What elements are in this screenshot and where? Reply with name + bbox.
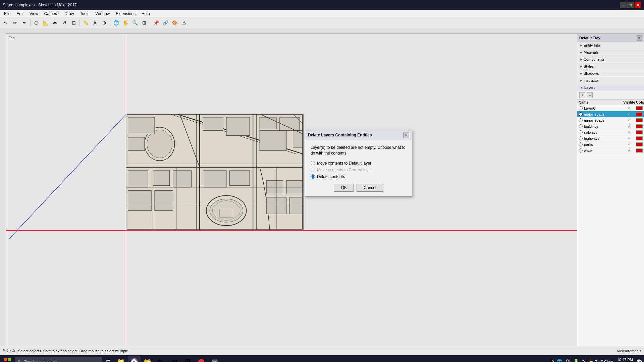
layers-header[interactable]: ▼ Layers [577,84,644,91]
menu-help[interactable]: Help [139,11,153,17]
warn-icon: ⚠ [12,348,15,353]
layer-row-buildings[interactable]: buildings ✓ [577,123,644,129]
instructor-header[interactable]: ▶ Instructor [577,77,644,84]
layer-row-water[interactable]: water ✓ [577,147,644,154]
rotate-tool[interactable]: ↺ [60,18,69,27]
buildings-color[interactable] [636,124,643,128]
sandbox-tool[interactable]: ⚠ [180,18,189,27]
menu-extensions[interactable]: Extensions [113,11,138,17]
move-default-radio[interactable] [311,161,315,165]
entity-info-header[interactable]: ▶ Entity Info [577,42,644,49]
parks-visible[interactable]: ✓ [623,142,636,146]
text-tool[interactable]: A [91,18,99,27]
styles-header[interactable]: ▶ Styles [577,63,644,70]
layer-row-highways[interactable]: highways ✓ [577,135,644,141]
zoom-window-tool[interactable]: ⊞ [140,18,149,27]
buildings-radio[interactable] [579,124,583,128]
layer0-visible[interactable]: ✓ [623,106,636,110]
major-roads-radio[interactable] [579,112,583,116]
water-color[interactable] [636,148,643,153]
orbit-tool[interactable]: 🌐 [112,18,120,27]
volume-icon[interactable]: 🔊 [564,359,571,362]
shadows-header[interactable]: ▶ Shadows [577,70,644,77]
taskbar-app-folder[interactable]: 📂 [141,356,154,362]
show-hidden-icon[interactable]: ^ [551,359,555,362]
layer-row-major-roads[interactable]: major_roads ✓ [577,111,644,117]
taskbar-app-store[interactable]: 🛍 [155,356,167,362]
close-button[interactable]: ✕ [635,2,641,8]
weather-widget[interactable]: ⛅ 71°F Clear [588,360,614,362]
minor-roads-visible[interactable]: ✓ [623,118,636,122]
taskbar-app-game[interactable]: 🎮 [208,356,221,362]
taskbar-app-mail[interactable]: ✉ [168,356,181,362]
modal-close-button[interactable]: ✕ [403,132,409,138]
layer-row-minor-roads[interactable]: minor_roads ✓ [577,117,644,123]
layer0-color[interactable] [636,106,643,110]
maximize-button[interactable]: □ [627,2,634,8]
eraser-tool[interactable]: ✏ [11,18,19,27]
add-layer-button[interactable]: + [579,92,585,98]
group-tool[interactable]: 🔗 [161,18,170,27]
railways-radio[interactable] [579,130,583,134]
update-icon[interactable]: ⟳ [581,359,586,362]
tray-options-button[interactable]: ≡ [637,35,642,41]
push-pull-tool[interactable]: 📐 [41,18,50,27]
start-button[interactable] [1,356,13,362]
tape-tool[interactable]: 📏 [81,18,90,27]
move-tool[interactable]: ✱ [51,18,59,27]
canvas-area[interactable]: Top [6,34,577,346]
minor-roads-color[interactable] [636,118,643,122]
taskbar-app-photos[interactable]: 🖼 [181,356,194,362]
minimize-button[interactable]: ─ [620,2,627,8]
layer-row-layer0[interactable]: Layer0 ✓ [577,105,644,111]
railways-visible[interactable]: ✓ [623,130,636,134]
major-roads-visible[interactable]: ✓ [623,112,636,116]
parks-radio[interactable] [579,142,583,146]
layer0-radio[interactable] [579,106,583,110]
major-roads-color[interactable] [636,112,643,116]
taskbar-app-chrome[interactable] [128,356,141,362]
axes-tool[interactable]: ⊕ [100,18,109,27]
pan-tool[interactable]: ✋ [121,18,130,27]
layer-row-railways[interactable]: railways ✓ [577,129,644,135]
scale-tool[interactable]: ⊡ [69,18,78,27]
col-name-label: Name [579,100,623,104]
buildings-visible[interactable]: ✓ [623,124,636,128]
network-icon[interactable]: 🌐 [556,359,563,362]
menu-window[interactable]: Window [93,11,113,17]
highways-radio[interactable] [579,136,583,140]
cancel-button[interactable]: Cancel [357,184,383,192]
water-visible[interactable]: ✓ [623,148,636,153]
layer-row-parks[interactable]: parks ✓ [577,141,644,147]
remove-layer-button[interactable]: − [587,92,593,98]
zoom-tool[interactable]: 🔍 [130,18,139,27]
component-tool[interactable]: 📌 [152,18,160,27]
highways-color[interactable] [636,136,643,140]
pencil-tool[interactable]: ✒ [20,18,29,27]
highways-visible[interactable]: ✓ [623,136,636,140]
notification-icon[interactable]: 💬 [636,359,643,362]
battery-icon[interactable]: 🔋 [573,359,580,362]
delete-contents-radio[interactable] [311,174,315,179]
taskbar-app-explorer[interactable]: 📁 [114,356,127,362]
materials-header[interactable]: ▶ Materials [577,49,644,56]
menu-draw[interactable]: Draw [62,11,77,17]
shape-tool[interactable]: ⬡ [32,18,41,27]
menu-edit[interactable]: Edit [14,11,26,17]
ok-button[interactable]: OK [334,184,354,192]
task-view-button[interactable]: ⊡ [103,356,113,362]
menu-camera[interactable]: Camera [42,11,61,17]
components-header[interactable]: ▶ Components [577,56,644,63]
menu-file[interactable]: File [1,11,13,17]
paint-tool[interactable]: 🎨 [170,18,179,27]
parks-color[interactable] [636,142,643,146]
clock-widget[interactable]: 10:47 PM 8/7/2021 [616,358,634,362]
search-bar[interactable]: 🔍 Type here to search [15,357,102,362]
menu-tools[interactable]: Tools [77,11,92,17]
taskbar-app-red[interactable]: ⬤ [195,356,208,362]
minor-roads-radio[interactable] [579,118,583,122]
select-tool[interactable]: ↖ [1,18,10,27]
railways-color[interactable] [636,130,643,134]
water-radio[interactable] [579,148,583,153]
menu-view[interactable]: View [27,11,41,17]
